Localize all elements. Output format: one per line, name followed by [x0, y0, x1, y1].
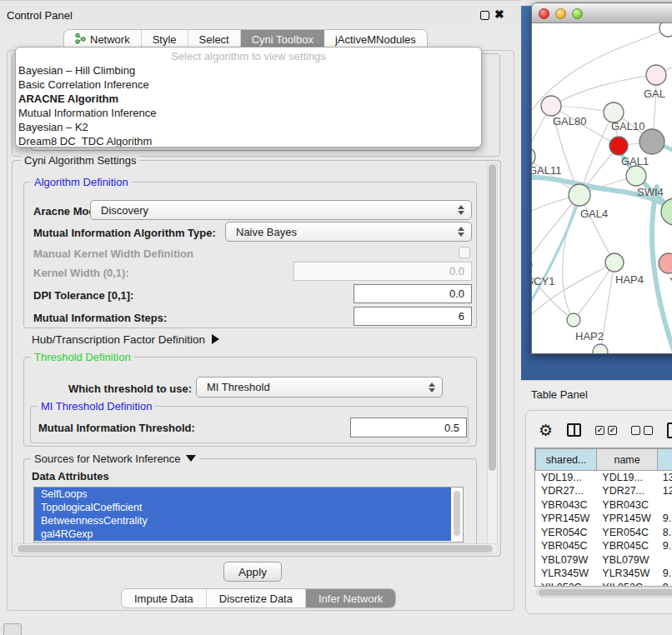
- network-node-gray[interactable]: [639, 129, 664, 154]
- table-row[interactable]: YBL079WYBL079W: [536, 553, 672, 568]
- network-node-salmon[interactable]: [659, 253, 672, 273]
- sources-group-title[interactable]: Sources for Network Inference: [31, 452, 199, 465]
- hub-definition-toggle[interactable]: Hub/Transcription Factor Definition: [32, 333, 219, 346]
- table-row[interactable]: YER054CYER054C8.: [536, 526, 672, 540]
- attribute-topologicalcoefficient[interactable]: TopologicalCoefficient: [34, 501, 451, 514]
- combo-stepper-icon: [458, 227, 464, 237]
- kernel-width-field[interactable]: 0.0: [293, 262, 472, 281]
- gear-icon[interactable]: ⚙: [539, 422, 553, 438]
- which-threshold-combo[interactable]: MI Threshold: [196, 377, 443, 398]
- network-node-gal1-red[interactable]: [609, 137, 628, 155]
- settings-group-title: Cyni Algorithm Settings: [21, 154, 139, 167]
- network-node-bottom[interactable]: [593, 344, 608, 354]
- network-node-hap2[interactable]: [567, 313, 580, 327]
- attribute-list-scrollbar[interactable]: [452, 489, 462, 541]
- algorithm-option-aracne[interactable]: ARACNE Algorithm: [16, 92, 481, 106]
- node-label: GAL1: [621, 155, 649, 168]
- table-row[interactable]: YBR045CYBR045C9.: [536, 539, 672, 553]
- algorithm-option-mutual-information[interactable]: Mutual Information Inference: [16, 106, 481, 120]
- table-horizontal-scrollbar-thumb[interactable]: [539, 589, 672, 596]
- minimize-window-icon[interactable]: [555, 8, 566, 19]
- settings-vertical-scrollbar-thumb[interactable]: [489, 164, 496, 471]
- algorithm-option-bayesian-hill-climbing[interactable]: Bayesian – Hill Climbing: [16, 63, 481, 78]
- close-window-icon[interactable]: [539, 8, 549, 19]
- attribute-betweennesscentrality[interactable]: BetweennessCentrality: [34, 514, 451, 528]
- manual-kernel-width-checkbox[interactable]: [459, 247, 470, 258]
- combo-stepper-icon: [429, 382, 435, 392]
- node-label: GCY1: [532, 275, 554, 288]
- table-row[interactable]: YIL052CYIL052C9: [536, 581, 672, 588]
- deselect-all-checkboxes-icon[interactable]: [631, 426, 653, 435]
- algorithm-option-basic-correlation[interactable]: Basic Correlation Inference: [16, 78, 481, 92]
- manual-kernel-width-label: Manual Kernel Width Definition: [33, 248, 193, 260]
- table-row[interactable]: YBR043CYBR043C: [536, 498, 672, 512]
- columns-icon[interactable]: [567, 423, 581, 437]
- tab-style[interactable]: Style: [142, 30, 188, 48]
- node-label: HAP4: [615, 273, 644, 286]
- network-node-gal80[interactable]: [541, 96, 561, 116]
- collapsed-arrow-icon: [212, 334, 219, 344]
- node-label: SWI4: [637, 186, 664, 198]
- tab-infer-network[interactable]: Infer Network: [306, 589, 395, 608]
- algorithm-dropdown-popup: Select algorithm to view settings Bayesi…: [15, 47, 482, 148]
- float-panel-icon[interactable]: [480, 11, 489, 20]
- tab-network[interactable]: Network: [64, 30, 142, 48]
- mi-threshold-field[interactable]: 0.5: [350, 418, 467, 438]
- close-panel-icon[interactable]: ✖: [494, 8, 504, 21]
- control-panel-titlebar: Control Panel ✖: [0, 0, 521, 27]
- dpi-tolerance-field[interactable]: 0.0: [354, 284, 472, 303]
- aracne-mode-combo[interactable]: Discovery: [90, 200, 472, 220]
- tab-impute-data[interactable]: Impute Data: [122, 589, 207, 608]
- minimized-panel-button[interactable]: [3, 623, 22, 635]
- data-attributes-label: Data Attributes: [32, 470, 109, 482]
- network-node-gal-top[interactable]: [646, 65, 666, 85]
- column-header-shared-name[interactable]: shared...: [536, 449, 597, 471]
- table-row[interactable]: YPR145WYPR145W9.: [536, 512, 672, 526]
- node-label: GAL: [644, 88, 665, 100]
- node-label: GAL11: [532, 164, 562, 177]
- table-toolbar: ⚙ ✓✓: [526, 418, 672, 442]
- table-panel-titlebar: Table Panel: [521, 380, 672, 408]
- network-node-gal4[interactable]: [569, 184, 590, 206]
- mi-threshold-label: Mutual Information Threshold:: [38, 422, 195, 434]
- table-row[interactable]: YDL19...YDL19...13: [536, 471, 672, 485]
- network-canvas[interactable]: GAL GAL80 GAL10 GAL1 GAL11 SWI4 GAL4 GCY…: [532, 23, 672, 354]
- mi-steps-field[interactable]: 6: [354, 307, 472, 326]
- column-header-name[interactable]: name: [597, 449, 658, 471]
- network-graph: GAL GAL80 GAL10 GAL1 GAL11 SWI4 GAL4 GCY…: [532, 23, 672, 354]
- node-label: GAL4: [580, 208, 608, 220]
- table-panel-container: ⚙ ✓✓ shared... name A YDL19...YDL19...13…: [525, 410, 672, 614]
- data-attributes-list: SelfLoops TopologicalCoefficient Between…: [33, 487, 464, 542]
- algorithm-option-dream8[interactable]: Dream8 DC_TDC Algorithm: [16, 134, 481, 148]
- settings-horizontal-scrollbar-thumb[interactable]: [18, 545, 493, 552]
- network-node-swi4[interactable]: [626, 166, 646, 186]
- table-horizontal-scrollbar[interactable]: [536, 588, 672, 598]
- algorithm-option-bayesian-k2[interactable]: Bayesian – K2: [16, 120, 481, 134]
- tab-jactivemnodules[interactable]: jActiveMNodules: [324, 30, 427, 48]
- column-header-third[interactable]: A: [657, 449, 672, 471]
- mi-algorithm-type-combo[interactable]: Naive Bayes: [225, 222, 472, 242]
- network-view-window[interactable]: GAL GAL80 GAL10 GAL1 GAL11 SWI4 GAL4 GCY…: [531, 2, 672, 354]
- tab-select[interactable]: Select: [188, 30, 241, 48]
- network-node-top[interactable]: [659, 23, 672, 37]
- node-table-viewport: shared... name A YDL19...YDL19...13 YDR2…: [534, 448, 672, 587]
- node-label: HAP2: [575, 330, 604, 342]
- network-window-titlebar[interactable]: [532, 3, 672, 23]
- node-label: GAL10: [611, 120, 644, 132]
- network-node-hap4[interactable]: [605, 253, 624, 272]
- zoom-window-icon[interactable]: [572, 8, 583, 19]
- tab-cyni-toolbox[interactable]: Cyni Toolbox: [241, 30, 324, 48]
- attribute-gal4rgexp[interactable]: gal4RGexp: [34, 528, 451, 541]
- right-workspace: GAL GAL80 GAL10 GAL1 GAL11 SWI4 GAL4 GCY…: [521, 0, 672, 635]
- table-row[interactable]: YDR27...YDR27...12: [536, 484, 672, 498]
- expanded-arrow-icon: [186, 455, 196, 462]
- new-table-icon[interactable]: [667, 422, 672, 438]
- table-panel-title: Table Panel: [531, 388, 588, 401]
- attribute-selfloops[interactable]: SelfLoops: [34, 488, 451, 501]
- table-row[interactable]: YLR345WYLR345W9.: [536, 567, 672, 581]
- node-table[interactable]: shared... name A YDL19...YDL19...13 YDR2…: [535, 448, 672, 587]
- tab-discretize-data[interactable]: Discretize Data: [207, 589, 306, 608]
- select-all-checkboxes-icon[interactable]: ✓✓: [595, 426, 617, 435]
- apply-button[interactable]: Apply: [223, 562, 282, 582]
- kernel-width-label: Kernel Width (0,1):: [33, 267, 129, 279]
